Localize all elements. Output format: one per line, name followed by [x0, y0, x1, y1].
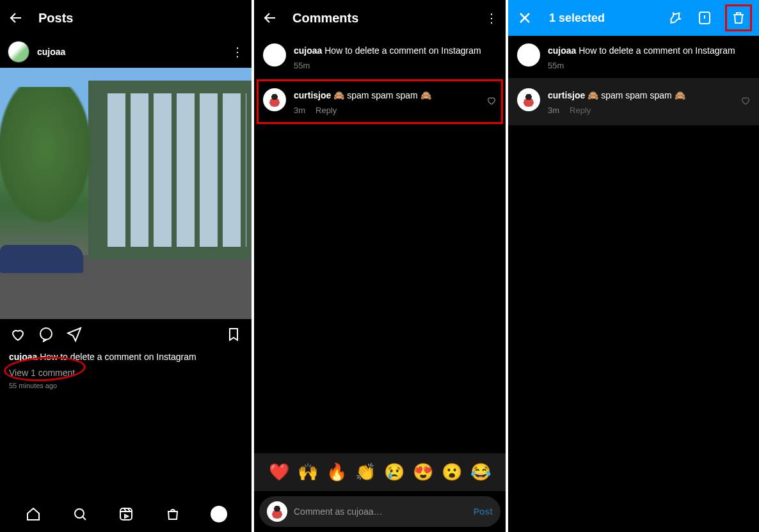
posts-screen: Posts cujoaa ⋯ cujoaa How to delete a co…	[0, 0, 252, 532]
commenter-text: 🙈 spam spam spam 🙈	[333, 90, 431, 100]
comment-compose-bar: Post	[259, 496, 500, 527]
comment-time: 3m	[548, 106, 559, 115]
emoji-cry[interactable]: 😢	[384, 462, 404, 482]
caption-username[interactable]: cujoaa	[9, 352, 37, 362]
original-post-comment: cujoaa How to delete a comment on Instag…	[254, 36, 506, 78]
commenter-avatar[interactable]	[517, 88, 540, 111]
commenter-avatar[interactable]	[263, 88, 286, 111]
posts-title: Posts	[38, 11, 244, 26]
author-username[interactable]: cujoaa	[37, 47, 225, 57]
post-more-icon[interactable]: ⋯	[232, 46, 244, 58]
post-actions	[0, 319, 252, 350]
back-arrow-icon[interactable]	[262, 9, 280, 27]
post-time: 55m	[548, 61, 564, 70]
header-more-icon[interactable]: ⋯	[486, 12, 499, 24]
view-comments-link[interactable]: View 1 comment	[0, 365, 252, 380]
author-avatar[interactable]	[8, 41, 29, 63]
comments-screen: Comments ⋯ cujoaa How to delete a commen…	[254, 0, 506, 532]
original-post-comment: cujoaa How to delete a comment on Instag…	[508, 36, 759, 78]
post-owner-username[interactable]: cujoaa	[548, 45, 576, 56]
nav-profile-avatar[interactable]	[211, 506, 227, 522]
post-owner-avatar[interactable]	[517, 43, 540, 66]
post-caption: cujoaa How to delete a comment on Instag…	[0, 350, 252, 365]
nav-home-icon[interactable]	[24, 505, 42, 523]
spam-comment-row[interactable]: curtisjoe 🙈 spam spam spam 🙈 3m Reply	[254, 78, 506, 125]
pin-icon[interactable]	[666, 9, 684, 27]
emoji-wow[interactable]: 😮	[442, 462, 462, 482]
back-arrow-icon[interactable]	[8, 9, 26, 27]
comments-header: Comments ⋯	[254, 0, 506, 36]
report-icon[interactable]	[696, 9, 714, 27]
emoji-laugh[interactable]: 😂	[470, 462, 491, 482]
comments-title: Comments	[292, 11, 474, 26]
quick-emoji-row: ❤️ 🙌 🔥 👏 😢 😍 😮 😂	[254, 453, 506, 491]
compose-avatar	[267, 501, 287, 522]
post-comment-button[interactable]: Post	[474, 506, 493, 517]
svg-point-1	[75, 509, 84, 518]
like-heart-icon[interactable]	[9, 325, 27, 343]
post-owner-text: How to delete a comment on Instagram	[324, 45, 481, 56]
selection-count: 1 selected	[549, 12, 655, 25]
selected-comment-row[interactable]: curtisjoe 🙈 spam spam spam 🙈 3m Reply	[508, 78, 759, 125]
posts-header: Posts	[0, 0, 252, 36]
commenter-text: 🙈 spam spam spam 🙈	[587, 90, 685, 100]
comment-time: 3m	[294, 106, 305, 115]
commenter-username[interactable]: curtisjoe	[548, 90, 585, 100]
bookmark-icon[interactable]	[225, 325, 243, 343]
emoji-fire[interactable]: 🔥	[326, 462, 347, 482]
commenter-username[interactable]: curtisjoe	[294, 90, 331, 100]
nav-reels-icon[interactable]	[117, 505, 135, 523]
post-photo[interactable]	[0, 68, 252, 319]
post-owner-avatar[interactable]	[263, 43, 286, 66]
highlight-trash-button	[725, 4, 752, 31]
post-timestamp: 55 minutes ago	[0, 380, 252, 391]
close-selection-icon[interactable]	[516, 9, 534, 27]
reply-button[interactable]: Reply	[316, 106, 337, 115]
emoji-heart[interactable]: ❤️	[269, 462, 289, 482]
post-owner-username[interactable]: cujoaa	[294, 45, 322, 56]
like-comment-icon[interactable]	[486, 95, 497, 108]
post-owner-text: How to delete a comment on Instagram	[579, 45, 735, 56]
emoji-loveeyes[interactable]: 😍	[413, 462, 433, 482]
comment-input[interactable]	[294, 506, 467, 517]
comment-bubble-icon[interactable]	[37, 325, 55, 343]
svg-point-0	[40, 328, 52, 340]
nav-search-icon[interactable]	[71, 505, 89, 523]
bottom-nav	[0, 496, 252, 532]
trash-icon[interactable]	[730, 9, 747, 27]
selection-screen: 1 selected cujoaa How to delete a commen…	[508, 0, 759, 532]
share-plane-icon[interactable]	[65, 325, 83, 343]
emoji-hands[interactable]: 🙌	[298, 462, 318, 482]
svg-rect-2	[120, 508, 132, 520]
post-author-row: cujoaa ⋯	[0, 36, 252, 68]
reply-button[interactable]: Reply	[570, 106, 591, 115]
post-time: 55m	[294, 61, 310, 70]
selection-header: 1 selected	[508, 0, 759, 36]
caption-text: How to delete a comment on Instagram	[40, 352, 196, 362]
like-comment-icon[interactable]	[740, 95, 751, 108]
nav-shop-icon[interactable]	[164, 505, 182, 523]
emoji-clap[interactable]: 👏	[355, 462, 376, 482]
